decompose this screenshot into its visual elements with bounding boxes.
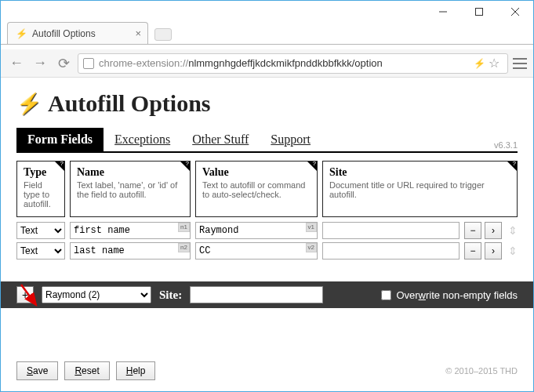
forward-button[interactable]: →: [31, 54, 49, 73]
footer: Save Reset Help © 2010–2015 THD: [1, 350, 533, 391]
bookmark-star-icon[interactable]: ☆: [489, 56, 499, 71]
nav-tabs: Form Fields Exceptions Other Stuff Suppo…: [16, 128, 518, 153]
name-input[interactable]: [70, 242, 191, 260]
move-row-button[interactable]: ›: [485, 242, 502, 260]
bolt-icon: ⚡: [16, 28, 27, 39]
new-tab-button[interactable]: [154, 28, 172, 41]
overwrite-checkbox-label[interactable]: Overwrite non-empty fields: [381, 289, 518, 301]
menu-button[interactable]: [513, 58, 527, 69]
def-site: ? Site Document title or URL required to…: [322, 161, 518, 217]
help-button[interactable]: Help: [116, 361, 156, 380]
page-icon: [83, 58, 94, 69]
page-content: ⚡ Autofill Options Form Fields Exception…: [1, 78, 533, 308]
type-select[interactable]: Text: [16, 242, 65, 260]
version-label: v6.3.1: [494, 140, 518, 151]
value-input[interactable]: [195, 222, 318, 239]
tab-title: Autofill Options: [32, 28, 96, 39]
tab-other-stuff[interactable]: Other Stuff: [181, 128, 260, 151]
drag-handle-icon[interactable]: ⇕: [508, 245, 518, 257]
save-button[interactable]: Save: [16, 361, 58, 380]
close-tab-icon[interactable]: ×: [135, 27, 141, 39]
reset-button[interactable]: Reset: [64, 361, 109, 380]
rule-row: Text n1 v1 − › ⇕: [16, 222, 518, 239]
tab-form-fields[interactable]: Form Fields: [16, 128, 104, 151]
profile-select[interactable]: Raymond (2): [42, 286, 151, 303]
value-badge: v1: [306, 223, 317, 232]
remove-row-button[interactable]: −: [464, 242, 481, 260]
site-input[interactable]: [322, 222, 460, 239]
address-bar[interactable]: chrome-extension://nlmmgnhgdeffjkdckmikf…: [78, 53, 508, 74]
tab-support[interactable]: Support: [260, 128, 321, 151]
profile-site-input[interactable]: [190, 286, 323, 303]
back-button[interactable]: ←: [7, 54, 26, 73]
rules-rows: Text n1 v1 − › ⇕ Text n2 v2 − › ⇕: [16, 222, 518, 260]
column-definitions: ? Type Field type to autofill. ? Name Te…: [16, 161, 518, 217]
copyright: © 2010–2015 THD: [445, 366, 518, 376]
name-badge: n1: [178, 223, 190, 232]
browser-toolbar: ← → ⟳ chrome-extension://nlmmgnhgdeffjkd…: [1, 49, 533, 78]
url-text: chrome-extension://nlmmgnhgdeffjkdckmikf…: [99, 57, 474, 69]
profile-bar: + Raymond (2) Site: Overwrite non-empty …: [1, 281, 533, 308]
value-badge: v2: [306, 243, 317, 252]
rule-row: Text n2 v2 − › ⇕: [16, 242, 518, 260]
name-badge: n2: [178, 243, 190, 252]
remove-row-button[interactable]: −: [464, 222, 481, 239]
add-rule-button[interactable]: +: [16, 286, 34, 303]
browser-tab[interactable]: ⚡ Autofill Options ×: [7, 22, 148, 44]
move-row-button[interactable]: ›: [485, 222, 502, 239]
page-header: ⚡ Autofill Options: [16, 85, 518, 128]
logo-bolt-icon: ⚡: [16, 92, 42, 116]
page-title: Autofill Options: [48, 90, 211, 117]
browser-tabstrip: ⚡ Autofill Options ×: [1, 20, 533, 45]
def-name: ? Name Text label, 'name', or 'id' of th…: [70, 161, 191, 217]
name-input[interactable]: [70, 222, 191, 239]
site-input[interactable]: [322, 242, 460, 260]
type-select[interactable]: Text: [16, 222, 65, 239]
bolt-icon: ⚡: [474, 58, 485, 69]
def-value: ? Value Text to autofill or command to a…: [195, 161, 318, 217]
def-type: ? Type Field type to autofill.: [16, 161, 65, 217]
value-input[interactable]: [195, 242, 318, 260]
overwrite-checkbox[interactable]: [381, 290, 391, 300]
tab-exceptions[interactable]: Exceptions: [104, 128, 181, 151]
app-icon: [10, 7, 18, 15]
site-label: Site:: [159, 289, 182, 302]
svg-rect-1: [476, 9, 483, 16]
drag-handle-icon[interactable]: ⇕: [508, 224, 518, 237]
reload-button[interactable]: ⟳: [54, 54, 73, 73]
